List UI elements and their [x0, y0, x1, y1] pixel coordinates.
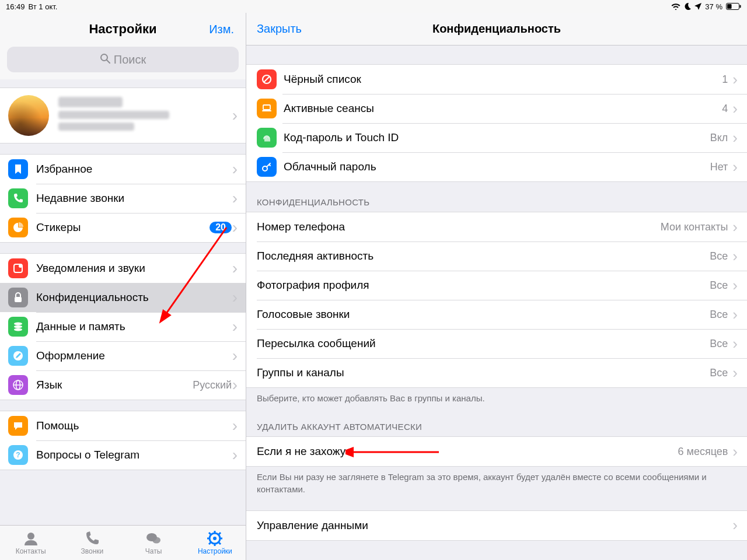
svg-point-22 — [213, 537, 217, 540]
sidebar-item-notifications[interactable]: Уведомления и звуки› — [0, 254, 246, 283]
sidebar-item-stickers[interactable]: Стикеры20› — [0, 213, 246, 242]
chevron-right-icon: › — [732, 443, 738, 461]
detail-row-ifaway[interactable]: Если я не захожу6 месяцев› — [246, 437, 747, 466]
row-label: Активные сеансы — [284, 102, 722, 115]
detail-row-photo[interactable]: Фотография профиляВсе› — [246, 271, 747, 300]
left-header: Настройки Изм. — [0, 13, 246, 46]
globe-icon — [8, 375, 28, 395]
row-label: Фотография профиля — [257, 279, 710, 292]
svg-point-9 — [14, 326, 22, 328]
delete-section-header: УДАЛИТЬ АККАУНТ АВТОМАТИЧЕСКИ — [246, 407, 747, 436]
chevron-right-icon: › — [732, 276, 738, 295]
stack-icon — [8, 317, 28, 337]
row-label: Код-пароль и Touch ID — [284, 131, 710, 144]
search-input[interactable]: Поиск — [7, 47, 239, 72]
svg-line-32 — [264, 76, 270, 82]
chevron-right-icon: › — [732, 335, 738, 353]
sidebar-item-label: Помощь — [36, 419, 238, 432]
privacy-section-header: КОНФИДЕНЦИАЛЬНОСТЬ — [246, 182, 747, 212]
sidebar-item-help[interactable]: Помощь› — [0, 411, 246, 440]
detail-row-groups[interactable]: Группы и каналыВсе› — [246, 358, 747, 387]
chevron-right-icon: › — [232, 106, 238, 125]
tab-chats[interactable]: Чаты — [123, 526, 184, 560]
person-icon — [23, 530, 39, 547]
laptop-icon — [257, 99, 277, 118]
chevron-right-icon: › — [232, 218, 238, 237]
svg-rect-1 — [727, 4, 732, 9]
detail-row-voice[interactable]: Голосовые звонкиВсе› — [246, 300, 747, 329]
gear-icon — [207, 530, 223, 547]
moon-icon — [684, 3, 691, 10]
chevron-right-icon: › — [732, 306, 738, 324]
chevron-right-icon: › — [232, 259, 238, 278]
chevron-right-icon: › — [232, 416, 238, 435]
tab-contacts[interactable]: Контакты — [0, 526, 61, 560]
detail-row-blacklist[interactable]: Чёрный список1› — [246, 65, 747, 94]
sidebar-item-recent-calls[interactable]: Недавние звонки› — [0, 184, 246, 213]
settings-title: Настройки — [89, 22, 156, 37]
chevron-right-icon: › — [232, 376, 238, 394]
chevron-right-icon: › — [732, 71, 738, 89]
key-icon — [257, 157, 277, 177]
chevron-right-icon: › — [732, 516, 738, 534]
row-value: Все — [710, 279, 728, 292]
question-icon: ? — [8, 445, 28, 465]
profile-row[interactable]: › — [0, 88, 246, 144]
privacy-detail: Закрыть Конфиденциальность Чёрный список… — [246, 13, 747, 560]
sidebar-item-label: Оформление — [36, 349, 238, 362]
chevron-right-icon: › — [232, 346, 238, 365]
row-label: Группы и каналы — [257, 366, 710, 379]
row-value: Все — [710, 250, 728, 262]
svg-point-20 — [152, 537, 160, 544]
row-label: Номер телефона — [257, 220, 661, 233]
edit-button[interactable]: Изм. — [209, 23, 234, 36]
row-label: Чёрный список — [284, 73, 722, 86]
row-label: Пересылка сообщений — [257, 337, 710, 350]
detail-row-sessions[interactable]: Активные сеансы4› — [246, 94, 747, 123]
sidebar-item-label: Данные и память — [36, 320, 238, 333]
tab-calls[interactable]: Звонки — [61, 526, 123, 560]
chevron-right-icon: › — [732, 218, 738, 236]
detail-row-cloudpass[interactable]: Облачный парольНет› — [246, 152, 747, 181]
detail-title: Конфиденциальность — [432, 22, 561, 36]
search-placeholder: Поиск — [114, 53, 146, 66]
sidebar-item-language[interactable]: ЯзыкРусский› — [0, 370, 246, 400]
right-header: Закрыть Конфиденциальность — [246, 13, 747, 46]
close-button[interactable]: Закрыть — [257, 22, 302, 36]
chevron-right-icon: › — [232, 189, 238, 208]
row-label: Облачный пароль — [284, 160, 710, 173]
sidebar-item-favorites[interactable]: Избранное› — [0, 155, 246, 184]
detail-row-phone[interactable]: Номер телефонаМои контакты› — [246, 212, 747, 242]
detail-row-datacontrol[interactable]: Управление данными› — [246, 511, 747, 540]
chevron-right-icon: › — [732, 158, 738, 176]
phone-icon — [8, 188, 28, 208]
battery-icon — [726, 3, 741, 10]
sidebar-item-appearance[interactable]: Оформление› — [0, 341, 246, 370]
detail-row-passcode[interactable]: Код-пароль и Touch IDВкл› — [246, 123, 747, 152]
fingerprint-icon — [257, 128, 277, 148]
chevron-right-icon: › — [232, 288, 238, 307]
row-value: 1 — [722, 74, 728, 86]
svg-line-28 — [219, 542, 221, 544]
sidebar-item-privacy[interactable]: Конфиденциальность› — [0, 283, 246, 312]
bookmark-icon — [8, 159, 28, 179]
svg-line-29 — [209, 542, 211, 544]
chevron-right-icon: › — [732, 364, 738, 382]
chevron-right-icon: › — [732, 100, 738, 118]
detail-row-forward[interactable]: Пересылка сообщенийВсе› — [246, 329, 747, 358]
pencil-icon — [8, 346, 28, 366]
status-bar: 16:49 Вт 1 окт. 37 % — [0, 0, 747, 13]
chevron-right-icon: › — [232, 317, 238, 336]
sidebar-item-data[interactable]: Данные и память› — [0, 312, 246, 341]
badge: 20 — [210, 222, 232, 233]
row-value: Нет — [710, 161, 728, 173]
status-date: Вт 1 окт. — [29, 2, 58, 11]
search-icon — [100, 53, 110, 66]
tab-settings[interactable]: Настройки — [184, 526, 246, 560]
privacy-section-footer: Выберите, кто может добавлять Вас в груп… — [246, 388, 747, 407]
detail-row-lastseen[interactable]: Последняя активностьВсе› — [246, 242, 747, 271]
svg-rect-33 — [263, 105, 270, 110]
chat-icon — [8, 416, 28, 436]
sidebar-item-faq[interactable]: ?Вопросы о Telegram› — [0, 440, 246, 470]
chevron-right-icon: › — [732, 129, 738, 147]
